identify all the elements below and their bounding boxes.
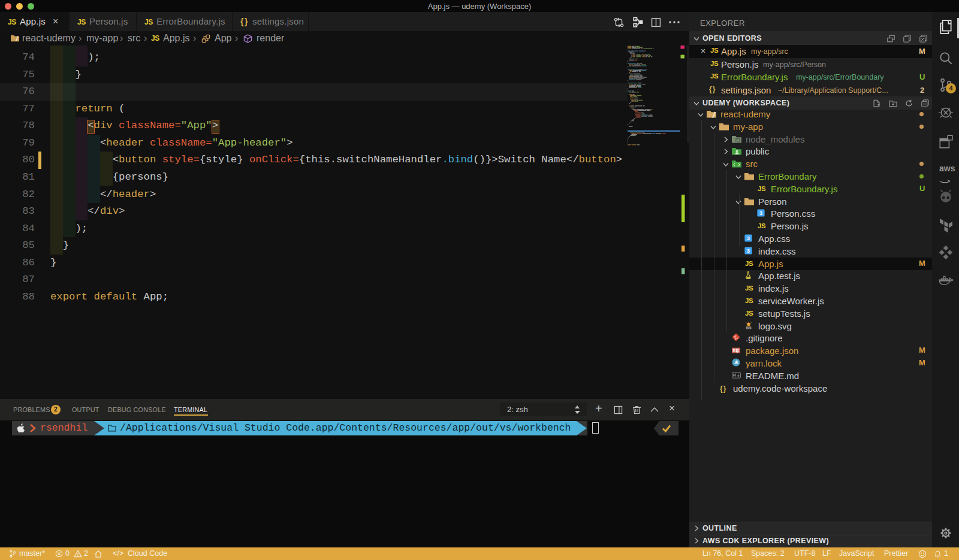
svg-text:js: js bbox=[736, 138, 739, 142]
svg-text:3: 3 bbox=[747, 235, 750, 241]
svg-text:3: 3 bbox=[747, 248, 750, 254]
svg-text:SVG: SVG bbox=[746, 326, 752, 329]
svg-text:3: 3 bbox=[759, 210, 762, 216]
